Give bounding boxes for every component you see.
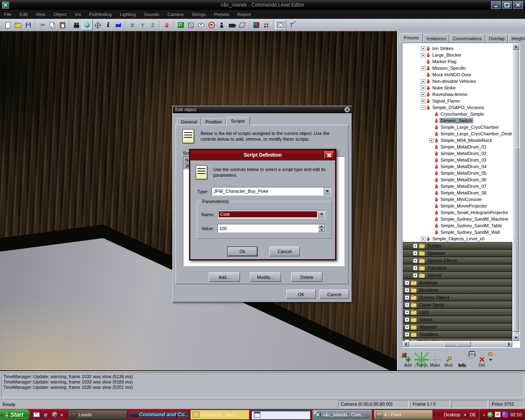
axis-lock-button[interactable]: Y xyxy=(137,21,148,30)
tree-item[interactable]: Sound xyxy=(403,316,512,323)
menu-item[interactable]: View xyxy=(32,10,50,19)
panel-tab[interactable]: Conversations xyxy=(450,34,485,43)
tree-item[interactable]: Generic_Switch xyxy=(403,117,512,124)
tray-collapse-icon[interactable]: « xyxy=(483,412,485,417)
task-button[interactable]: 4 - Paint xyxy=(374,410,433,420)
panel-tab[interactable]: Heightfield xyxy=(508,34,525,43)
close-button[interactable] xyxy=(513,1,523,9)
menu-item[interactable]: Pathfinding xyxy=(85,10,116,19)
edit-object-cancel-button[interactable]: Cancel xyxy=(320,290,349,299)
expander-icon[interactable] xyxy=(421,92,425,97)
spin-up-button[interactable] xyxy=(318,224,325,228)
menu-item[interactable]: File xyxy=(0,10,16,19)
tree-item[interactable]: Simple_Sydney_SandM_Machine xyxy=(403,216,512,222)
new-file-button[interactable] xyxy=(2,21,13,30)
axis-lock-button[interactable]: Z xyxy=(148,21,158,30)
tree-item[interactable]: Spawner xyxy=(403,249,512,257)
script-definition-close-button[interactable] xyxy=(324,151,334,159)
tree-item[interactable]: Simple_MetalDrum_06 xyxy=(403,176,512,183)
expander-icon[interactable] xyxy=(421,46,425,51)
scroll-right-button[interactable] xyxy=(506,341,512,347)
language-indicator[interactable]: DE xyxy=(470,412,476,417)
tree-item[interactable]: Signal_Flares xyxy=(403,98,512,104)
menu-item[interactable]: Sounds xyxy=(140,10,163,19)
quick-launch-ie-button[interactable]: e xyxy=(42,411,49,418)
tree-item[interactable]: Light xyxy=(403,308,512,316)
menu-item[interactable]: Edit xyxy=(16,10,32,19)
menu-item[interactable]: Presets xyxy=(210,10,233,19)
menu-item[interactable]: Report xyxy=(233,10,255,19)
expander-icon[interactable] xyxy=(421,79,425,84)
maximize-button[interactable] xyxy=(502,1,512,9)
preset-action-button[interactable]: Del xyxy=(475,352,488,368)
tray-app-icon[interactable] xyxy=(502,412,508,418)
expander-icon[interactable] xyxy=(413,258,418,263)
edit-object-close-button[interactable] xyxy=(345,107,350,112)
tree-item[interactable]: Non-drivable Vehicles xyxy=(403,78,512,84)
expander-icon[interactable] xyxy=(405,288,409,292)
expander-icon[interactable] xyxy=(405,325,409,329)
expander-icon[interactable] xyxy=(429,138,434,143)
wireframe-view-button[interactable] xyxy=(186,21,196,30)
multi-cube-button[interactable] xyxy=(251,21,261,30)
tree-item[interactable]: Nuke Strike xyxy=(403,84,512,91)
tree-item[interactable]: Twiddlers xyxy=(403,331,512,338)
hide-objects-button[interactable] xyxy=(206,21,217,30)
spin-down-button[interactable] xyxy=(318,228,325,233)
tree-item[interactable]: Simple_Objects_Level_x0 xyxy=(403,235,512,242)
parameter-value-input[interactable] xyxy=(218,224,318,232)
drop-object-button[interactable] xyxy=(162,21,172,30)
tree-item[interactable]: Waypath xyxy=(403,323,512,331)
expander-icon[interactable] xyxy=(421,105,425,110)
expander-icon[interactable] xyxy=(405,310,409,315)
expander-icon[interactable] xyxy=(405,281,409,285)
tree-item[interactable]: Transition xyxy=(403,264,512,272)
tree-item[interactable]: Dummy Object xyxy=(403,294,512,301)
menu-item[interactable]: Lighting xyxy=(116,10,140,19)
tree-item[interactable]: Simple_MetalDrum_05 xyxy=(403,170,512,176)
show-objects-button[interactable] xyxy=(196,21,206,30)
tray-antivirus-icon[interactable]: K xyxy=(495,412,500,417)
task-button[interactable]: c&c_islands - Com... xyxy=(313,410,372,420)
tree-item[interactable]: Simple_MetalDrum_07 xyxy=(403,183,512,189)
tree-item[interactable]: Large_Blocker xyxy=(403,52,512,58)
menu-item[interactable]: Vis xyxy=(71,10,85,19)
tree-item[interactable]: Simple_Large_CryoChamber xyxy=(403,124,512,130)
edit-object-tab[interactable]: Scripts xyxy=(226,117,250,126)
tree-item[interactable]: Mock HoNOD Door xyxy=(403,71,512,78)
quick-launch-media-button[interactable] xyxy=(51,411,58,418)
tree-item[interactable]: Simple_MetalDrum_01 xyxy=(403,144,512,150)
scroll-up-button[interactable] xyxy=(513,43,519,50)
tree-item[interactable]: Simple_MetalDrum_02 xyxy=(403,150,512,157)
tree-item[interactable]: Marker Flag xyxy=(403,58,512,65)
tree-item[interactable]: Simple_Large_CryoChamber_Destr xyxy=(403,130,512,137)
walk-mode-button[interactable] xyxy=(103,21,113,30)
tree-item[interactable]: Vehicle xyxy=(403,272,512,279)
tree-item[interactable]: Munitions xyxy=(403,286,512,294)
expander-icon[interactable] xyxy=(405,303,409,307)
desktop-label[interactable]: Desktop xyxy=(444,412,460,417)
preset-action-button[interactable]: Mod xyxy=(442,352,455,368)
paste-button[interactable] xyxy=(57,21,68,30)
parameter-name-combobox[interactable]: Cost xyxy=(217,210,325,219)
task-button[interactable]: Command and Co... xyxy=(129,412,188,418)
tree-item[interactable]: Simple_MetalDrum_03 xyxy=(403,157,512,163)
color-squares-button[interactable] xyxy=(261,21,272,30)
expander-icon[interactable] xyxy=(413,273,418,278)
chevron-more-icon[interactable]: » xyxy=(463,412,466,418)
task-button[interactable]: Renegade xyxy=(251,410,310,420)
tree-item[interactable]: Editor Objects xyxy=(403,338,512,341)
tree-item[interactable]: Simple_MovieProjector xyxy=(403,203,512,209)
expander-icon[interactable] xyxy=(405,332,409,337)
script-definition-cancel-button[interactable]: Cancel xyxy=(269,247,300,256)
menu-item[interactable]: Strings xyxy=(187,10,210,19)
expander-icon[interactable] xyxy=(405,317,409,322)
delete-script-button[interactable]: Delete xyxy=(291,272,322,282)
scroll-down-button[interactable] xyxy=(513,335,519,341)
polygon-tool-button[interactable] xyxy=(237,21,247,30)
expander-icon[interactable] xyxy=(405,295,409,300)
preset-action-button[interactable]: Temp xyxy=(415,352,428,368)
expander-icon[interactable] xyxy=(421,86,425,90)
camera-profile-button[interactable] xyxy=(227,21,237,30)
tree-item[interactable]: Mission_Specific xyxy=(403,65,512,71)
